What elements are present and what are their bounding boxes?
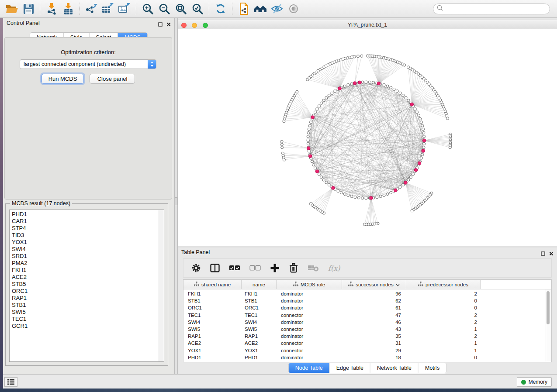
- zoom-selected-icon[interactable]: [189, 2, 206, 16]
- optimization-criterion-select[interactable]: largest connected component (undirected): [20, 59, 156, 69]
- import-table-icon[interactable]: [60, 2, 76, 16]
- mcds-result-item[interactable]: ORC1: [12, 288, 164, 295]
- table-row[interactable]: PHD1PHD1dominator180: [183, 354, 551, 361]
- memory-button[interactable]: Memory: [517, 377, 552, 387]
- mcds-result-item[interactable]: STB5: [12, 281, 164, 288]
- add-row-plus-icon[interactable]: [270, 263, 280, 273]
- splitter-handle[interactable]: [175, 197, 177, 205]
- close-panel-icon[interactable]: [166, 21, 171, 28]
- table-row[interactable]: YOX1YOX1connector291: [183, 347, 551, 354]
- float-panel-icon[interactable]: [158, 21, 163, 28]
- zoom-fit-icon[interactable]: [173, 2, 189, 16]
- table-scrollbar[interactable]: [546, 289, 551, 361]
- task-history-list-icon[interactable]: [4, 377, 17, 387]
- cell-successor-nodes: 43: [342, 326, 406, 333]
- show-selected-eye-icon[interactable]: [285, 2, 302, 16]
- toolbar-separator: [40, 3, 40, 15]
- refresh-icon[interactable]: [212, 2, 229, 16]
- zoom-out-icon[interactable]: [156, 2, 173, 16]
- close-panel-icon[interactable]: [549, 250, 554, 258]
- table-row[interactable]: SWI4SWI4dominator462: [183, 319, 551, 326]
- run-mcds-button[interactable]: Run MCDS: [42, 74, 84, 84]
- search-input[interactable]: [445, 4, 550, 13]
- cell-predecessor-nodes: 0: [406, 297, 481, 304]
- show-columns-icon[interactable]: [210, 264, 220, 272]
- float-panel-icon[interactable]: [541, 250, 545, 258]
- mcds-result-item[interactable]: CAR1: [12, 218, 164, 225]
- tab-edge-table[interactable]: Edge Table: [330, 363, 370, 373]
- table-row[interactable]: RAP1RAP1dominator352: [183, 333, 551, 340]
- delete-rows-trash-icon[interactable]: [289, 263, 298, 273]
- cell-name: YOX1: [242, 347, 277, 354]
- column-type-icon: [348, 282, 353, 287]
- mcds-result-item[interactable]: PMA2: [12, 260, 164, 267]
- table-settings-gear-icon[interactable]: [191, 263, 201, 273]
- row-filler: [481, 290, 551, 297]
- zoom-in-icon[interactable]: [139, 2, 156, 16]
- cell-MCDS-role: dominator: [277, 297, 342, 304]
- cell-name: SWI5: [242, 326, 277, 333]
- table-row[interactable]: TEC1TEC1connector472: [183, 312, 551, 319]
- column-header-name[interactable]: name: [242, 280, 277, 289]
- table-row[interactable]: SWI5SWI5connector431: [183, 326, 551, 333]
- home-icon[interactable]: [252, 2, 269, 16]
- scrollbar-thumb[interactable]: [547, 291, 550, 324]
- cell-name: STB1: [242, 297, 277, 304]
- memory-status-icon: [521, 380, 526, 385]
- tab-network-table[interactable]: Network Table: [370, 363, 419, 373]
- optimization-criterion-value: largest connected component (undirected): [20, 61, 148, 67]
- mcds-result-item[interactable]: STB1: [12, 302, 164, 309]
- mcds-result-item[interactable]: YOX1: [12, 239, 164, 246]
- deselect-all-checkboxes-icon[interactable]: [249, 265, 261, 271]
- network-view[interactable]: [178, 29, 557, 246]
- table-row[interactable]: ACE2ACE2connector311: [183, 340, 551, 347]
- mcds-result-item[interactable]: SWI4: [12, 246, 164, 253]
- right-region: YPA_prune.txt_1 Table Panel f(x) shared …: [178, 18, 557, 374]
- cell-successor-nodes: 96: [342, 290, 406, 297]
- row-filler: [481, 312, 551, 319]
- cell-predecessor-nodes: 0: [406, 304, 481, 311]
- mcds-result-item[interactable]: GCR1: [12, 323, 164, 330]
- cell-MCDS-role: dominator: [277, 319, 342, 326]
- export-network-icon[interactable]: [83, 2, 100, 16]
- column-header-successor-nodes[interactable]: successor nodes: [342, 280, 406, 289]
- column-header-shared-name[interactable]: shared name: [183, 280, 242, 289]
- tab-motifs[interactable]: Motifs: [419, 363, 446, 373]
- network-canvas[interactable]: [178, 29, 557, 246]
- mcds-result-item[interactable]: FKH1: [12, 267, 164, 274]
- select-stepper-icon: [148, 60, 156, 69]
- hide-selected-eye-slash-icon[interactable]: [269, 2, 285, 16]
- mcds-result-item[interactable]: TEC1: [12, 316, 164, 323]
- open-icon[interactable]: [3, 2, 20, 16]
- table-row[interactable]: ORC1ORC1dominator610: [183, 304, 551, 311]
- select-all-checkboxes-icon[interactable]: [229, 265, 240, 271]
- column-header-predecessor-nodes[interactable]: predecessor nodes: [406, 280, 481, 289]
- table-row[interactable]: STB1STB1dominator620: [183, 297, 551, 304]
- import-network-icon[interactable]: [43, 2, 60, 16]
- mcds-result-item[interactable]: PHD1: [12, 211, 164, 218]
- mcds-result-item[interactable]: STP4: [12, 225, 164, 232]
- toolbar-separator: [232, 3, 232, 15]
- export-image-icon[interactable]: [116, 2, 133, 16]
- search-field[interactable]: [433, 3, 550, 14]
- export-table-icon[interactable]: [100, 2, 116, 16]
- cell-shared-name: SWI4: [183, 319, 242, 326]
- vertical-splitter[interactable]: [174, 18, 178, 374]
- cell-MCDS-role: dominator: [277, 354, 342, 361]
- table-row[interactable]: FKH1FKH1dominator962: [183, 290, 551, 297]
- mcds-result-list[interactable]: PHD1CAR1STP4TID3YOX1SWI4SRD1PMA2FKH1ACE2…: [9, 210, 164, 362]
- mcds-result-scrollbar[interactable]: [158, 210, 164, 361]
- share-network-file-icon[interactable]: [235, 2, 252, 16]
- tab-node-table[interactable]: Node Table: [289, 363, 330, 373]
- mcds-result-item[interactable]: ACE2: [12, 274, 164, 281]
- save-icon[interactable]: [20, 2, 37, 16]
- mcds-result-item[interactable]: RAP1: [12, 295, 164, 302]
- column-type-icon: [418, 282, 423, 287]
- mcds-result-item[interactable]: TID3: [12, 232, 164, 239]
- cell-MCDS-role: connector: [277, 326, 342, 333]
- network-window-titlebar[interactable]: YPA_prune.txt_1: [178, 20, 557, 29]
- mcds-result-item[interactable]: SRD1: [12, 253, 164, 260]
- column-header-MCDS-role[interactable]: MCDS role: [277, 280, 342, 289]
- mcds-result-item[interactable]: SWI5: [12, 309, 164, 316]
- close-panel-button[interactable]: Close panel: [90, 74, 135, 84]
